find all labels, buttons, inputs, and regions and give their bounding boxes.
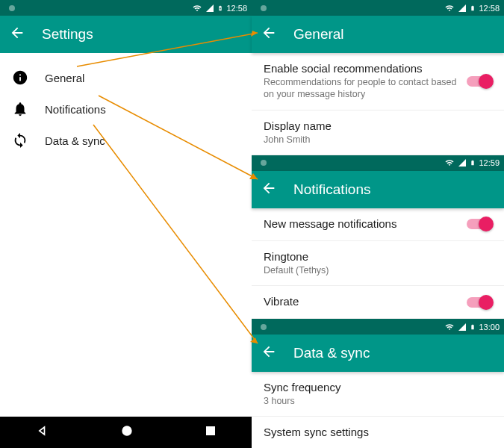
battery-icon <box>470 158 476 167</box>
settings-item-label: General <box>45 72 84 84</box>
nav-back-icon[interactable] <box>35 423 50 441</box>
battery-icon <box>470 323 476 332</box>
back-icon[interactable] <box>261 343 277 363</box>
status-time: 12:59 <box>479 158 500 167</box>
status-time: 12:58 <box>226 4 247 13</box>
pref-enable-social[interactable]: Enable social recommendations Recommenda… <box>252 53 504 111</box>
wifi-icon <box>444 323 455 332</box>
pref-title: System sync settings <box>264 426 492 438</box>
pref-title: Vibrate <box>264 295 459 308</box>
settings-item-label: Data & sync <box>45 134 105 147</box>
settings-item-datasync[interactable]: Data & sync <box>0 125 252 156</box>
pref-title: Sync frequency <box>264 381 492 393</box>
signal-icon <box>458 323 467 332</box>
settings-item-notifications[interactable]: Notifications <box>0 93 252 125</box>
svg-rect-1 <box>206 427 214 435</box>
pref-title: Display name <box>264 119 492 132</box>
signal-icon <box>458 158 467 167</box>
signal-icon <box>205 4 214 13</box>
datasync-screen: 13:00 Data & sync Sync frequency 3 hours… <box>252 319 504 448</box>
toolbar-title: General <box>293 26 344 43</box>
status-bar: 12:59 <box>252 155 504 171</box>
wifi-icon <box>192 4 202 13</box>
pref-subtitle: Recommendations for people to contact ba… <box>264 76 459 101</box>
toggle-switch[interactable] <box>467 76 492 87</box>
pref-title: Ringtone <box>264 250 492 263</box>
toggle-switch[interactable] <box>467 219 492 229</box>
signal-icon <box>458 4 467 13</box>
pref-title: New message notifications <box>264 217 459 230</box>
pref-new-message[interactable]: New message notifications <box>252 208 504 241</box>
toolbar-title: Data & sync <box>293 345 370 361</box>
toolbar: Data & sync <box>252 335 504 372</box>
settings-item-label: Notifications <box>45 103 106 116</box>
right-stack: 12:58 General Enable social recommendati… <box>252 0 504 448</box>
settings-screen: 12:58 Settings General Notifications Dat… <box>0 0 252 448</box>
back-icon[interactable] <box>9 25 25 44</box>
general-screen: 12:58 General Enable social recommendati… <box>252 0 504 155</box>
svg-point-0 <box>122 426 131 435</box>
toolbar-title: Notifications <box>293 181 371 198</box>
notifications-screen: 12:59 Notifications New message notifica… <box>252 155 504 319</box>
pref-display-name[interactable]: Display name John Smith <box>252 111 504 155</box>
wifi-icon <box>444 158 455 167</box>
settings-item-general[interactable]: General <box>0 62 252 93</box>
pref-subtitle: 3 hours <box>264 395 492 407</box>
battery-icon <box>217 4 223 13</box>
back-icon[interactable] <box>261 25 277 44</box>
nav-home-icon[interactable] <box>119 423 134 441</box>
back-icon[interactable] <box>261 180 277 199</box>
status-bar: 12:58 <box>0 0 252 16</box>
pref-subtitle: John Smith <box>264 134 492 146</box>
status-bar: 13:00 <box>252 319 504 335</box>
battery-icon <box>470 4 476 13</box>
pref-title: Enable social recommendations <box>264 62 459 75</box>
toolbar: Notifications <box>252 171 504 208</box>
info-icon <box>12 69 28 86</box>
nav-recent-icon[interactable] <box>204 424 217 441</box>
status-time: 13:00 <box>479 323 500 332</box>
pref-system-sync[interactable]: System sync settings <box>252 417 504 448</box>
home-indicator-icon <box>9 5 15 11</box>
pref-ringtone[interactable]: Ringtone Default (Tethys) <box>252 241 504 286</box>
toolbar: General <box>252 16 504 53</box>
toggle-switch[interactable] <box>467 297 492 308</box>
wifi-icon <box>444 4 455 13</box>
home-indicator-icon <box>261 160 267 166</box>
pref-vibrate[interactable]: Vibrate <box>252 286 504 319</box>
toolbar-title: Settings <box>42 26 93 43</box>
home-indicator-icon <box>261 324 267 330</box>
bell-icon <box>12 101 28 117</box>
pref-sync-frequency[interactable]: Sync frequency 3 hours <box>252 372 504 417</box>
status-time: 12:58 <box>479 4 500 13</box>
settings-list: General Notifications Data & sync <box>0 53 252 165</box>
sync-icon <box>12 132 28 149</box>
toolbar: Settings <box>0 16 252 53</box>
android-navbar <box>0 417 252 448</box>
status-bar: 12:58 <box>252 0 504 16</box>
home-indicator-icon <box>261 5 267 11</box>
pref-subtitle: Default (Tethys) <box>264 264 492 276</box>
